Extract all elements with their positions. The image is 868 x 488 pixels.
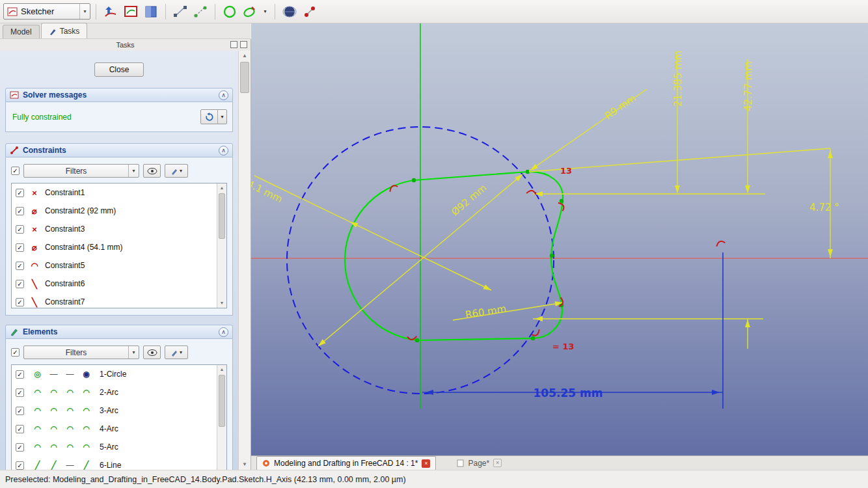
vertex-dot	[550, 254, 554, 258]
constraints-body: ✓ Filters ▾ ▾ ✓ × Constraint	[5, 157, 233, 316]
show-hide-elements-button[interactable]	[143, 346, 161, 359]
view-sketch-button[interactable]	[122, 3, 140, 21]
dim-d92-label[interactable]: Ø92 mm	[449, 182, 489, 218]
bspline-degree-button[interactable]	[171, 3, 189, 21]
scroll-up-icon[interactable]: ▲	[239, 51, 251, 61]
constraints-header[interactable]: Constraints ∧	[5, 143, 233, 157]
constraint-checkbox[interactable]: ✓	[16, 280, 24, 288]
close-document-icon[interactable]: ×	[493, 459, 502, 467]
document-tab-label: Page*	[468, 459, 489, 468]
elements-scrollbar[interactable]: ▲ ▼	[217, 365, 226, 470]
element-checkbox[interactable]: ✓	[16, 407, 24, 415]
dim-4277-label[interactable]: 42.77 mm	[742, 61, 754, 111]
auto-update-button[interactable]: ▾	[200, 109, 227, 124]
elements-filter-checkbox[interactable]: ✓	[11, 348, 20, 357]
element-row[interactable]: ✓ ◠◠◠◠ 3-Arc	[12, 401, 217, 420]
dim-angle-label[interactable]: 4.72 °	[809, 202, 839, 213]
scrollbar-thumb[interactable]	[219, 375, 225, 427]
elements-header[interactable]: Elements ∧	[5, 325, 233, 339]
workbench-selector[interactable]: Sketcher ▾	[3, 3, 90, 20]
element-label: 3-Arc	[100, 406, 118, 415]
view-section-button[interactable]	[142, 3, 160, 21]
sketch-viewport[interactable]: 105.25 mm 54.1 mm R9 mm Ø92 mm R60 mm 21…	[251, 23, 868, 470]
toolbar-separator	[96, 4, 96, 20]
dim-10525-label[interactable]: 105.25 mm	[534, 386, 603, 400]
constraint-type-icon: ╲	[29, 279, 40, 289]
tab-model[interactable]: Model	[3, 25, 40, 38]
scrollbar-thumb[interactable]	[240, 62, 249, 93]
arc-icon: ◠	[78, 406, 94, 415]
float-panel-icon[interactable]	[230, 41, 237, 48]
close-document-icon[interactable]: ×	[422, 459, 430, 468]
arc-icon: ◠	[46, 388, 62, 397]
document-tab-model[interactable]: Modeling and Drafting in FreeCAD 14 : 1*…	[256, 456, 436, 470]
dim-21385-label[interactable]: 21.385 mm	[672, 51, 684, 107]
element-row[interactable]: ✓ ◠◠◠◠ 4-Arc	[12, 420, 217, 438]
constraint-row[interactable]: ✓ ⌀ Constraint2 (92 mm)	[12, 202, 217, 220]
element-checkbox[interactable]: ✓	[16, 370, 24, 379]
create-bspline-button[interactable]	[280, 3, 299, 21]
constraint-checkbox[interactable]: ✓	[16, 262, 24, 270]
constrain-coincident-button[interactable]	[301, 3, 319, 21]
constraint-row[interactable]: ✓ ╲ Constraint6	[12, 275, 217, 293]
element-checkbox[interactable]: ✓	[16, 388, 24, 397]
constraint-checkbox[interactable]: ✓	[16, 207, 24, 215]
solver-messages-header[interactable]: Solver messages ∧	[5, 88, 233, 102]
elements-filter-dropdown[interactable]: Filters ▾	[23, 346, 139, 359]
collapse-chevron-icon[interactable]: ∧	[219, 146, 228, 156]
element-checkbox[interactable]: ✓	[16, 425, 24, 433]
scrollbar-thumb[interactable]	[219, 193, 225, 239]
element-row[interactable]: ✓ ◠◠◠◠ 5-Arc	[12, 438, 217, 456]
constraint-markers[interactable]	[388, 184, 726, 340]
constraint-checkbox[interactable]: ✓	[16, 189, 24, 197]
constraint-checkbox[interactable]: ✓	[16, 298, 24, 306]
dim-r60-label[interactable]: R60 mm	[465, 303, 508, 321]
constraint-label: Constraint1	[45, 188, 85, 197]
element-row[interactable]: ✓ ◠◠◠◠ 2-Arc	[12, 383, 217, 401]
create-circle-button[interactable]	[221, 3, 239, 21]
bspline-poles-button[interactable]	[191, 3, 210, 21]
scroll-down-icon[interactable]: ▼	[217, 299, 226, 308]
collapse-chevron-icon[interactable]: ∧	[219, 90, 228, 100]
scroll-down-icon[interactable]: ▼	[239, 459, 251, 470]
leave-sketch-button[interactable]	[102, 3, 120, 21]
sketch-canvas[interactable]: 105.25 mm 54.1 mm R9 mm Ø92 mm R60 mm 21…	[251, 23, 868, 455]
elements-settings-button[interactable]: ▾	[165, 346, 188, 359]
constraints-settings-button[interactable]: ▾	[165, 164, 188, 178]
element-checkbox[interactable]: ✓	[16, 461, 24, 470]
constraint-row[interactable]: ✓ × Constraint3	[12, 220, 217, 238]
angle-reference-line	[529, 148, 830, 172]
constraint-row[interactable]: ✓ ╲ Constraint7	[12, 293, 217, 308]
document-tab-page[interactable]: Page* ×	[452, 456, 507, 470]
constraint-row[interactable]: ✓ ⌀ Constraint4 (54.1 mm)	[12, 238, 217, 256]
line-icon: ╱	[46, 461, 62, 470]
arc-icon: ◠	[62, 406, 78, 415]
element-row[interactable]: ✓ ◎——◉ 1-Circle	[12, 365, 217, 383]
tasks-panel-scrollbar[interactable]: ▲ ▼	[238, 51, 251, 470]
sketch-profile[interactable]	[345, 172, 563, 340]
create-conic-button[interactable]	[241, 3, 259, 21]
constraint-checkbox[interactable]: ✓	[16, 225, 24, 234]
constraints-list-box: ✓ × Constraint1 ✓ ⌀ Constraint2 (92 mm) …	[11, 183, 227, 308]
constraints-filter-dropdown[interactable]: Filters ▾	[23, 164, 139, 178]
constraint-row[interactable]: ✓ ◠ Constraint5	[12, 256, 217, 275]
collapse-chevron-icon[interactable]: ∧	[219, 327, 228, 337]
element-checkbox[interactable]: ✓	[16, 443, 24, 452]
constraint-checkbox[interactable]: ✓	[16, 243, 24, 252]
constraint-type-icon: ⌀	[29, 243, 40, 252]
refresh-dropdown-arrow[interactable]: ▾	[217, 110, 226, 124]
scroll-up-icon[interactable]: ▲	[217, 183, 226, 193]
element-row[interactable]: ✓ ╱╱—╱ 6-Line	[12, 456, 217, 470]
arc-icon: ◠	[78, 424, 94, 433]
close-panel-icon[interactable]	[240, 41, 247, 48]
dim-r9-label[interactable]: R9 mm	[603, 92, 638, 122]
constraint-row[interactable]: ✓ × Constraint1	[12, 183, 217, 202]
scroll-up-icon[interactable]: ▲	[217, 365, 226, 374]
close-task-button[interactable]: Close	[94, 62, 144, 77]
dim-54-label[interactable]: 54.1 mm	[251, 175, 284, 205]
constraints-scrollbar[interactable]: ▲ ▼	[217, 183, 226, 308]
conic-dropdown-arrow[interactable]: ▾	[261, 3, 269, 21]
show-hide-constraints-button[interactable]	[143, 164, 161, 178]
tab-tasks[interactable]: Tasks	[41, 23, 88, 38]
constraints-filter-checkbox[interactable]: ✓	[11, 167, 20, 175]
